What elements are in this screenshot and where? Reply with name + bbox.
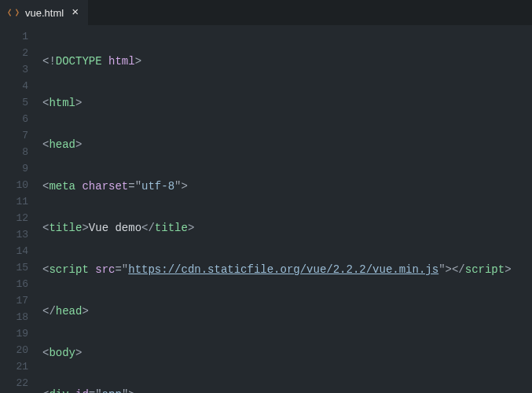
line-number: 7: [0, 127, 28, 144]
code-line: <script src="https://cdn.staticfile.org/…: [42, 262, 532, 278]
code-line: </head>: [42, 303, 532, 320]
line-number: 6: [0, 111, 28, 127]
line-number: 12: [0, 210, 28, 226]
code-line: <meta charset="utf-8">: [42, 178, 532, 195]
line-number: 2: [0, 45, 28, 61]
code-line: <title>Vue demo</title>: [42, 220, 532, 237]
line-number: 1: [0, 28, 28, 45]
line-number: 10: [0, 177, 28, 193]
line-number: 5: [0, 94, 28, 111]
line-number: 3: [0, 61, 28, 78]
line-number: 13: [0, 226, 28, 243]
close-icon[interactable]: ×: [70, 7, 80, 19]
line-number: 11: [0, 193, 28, 210]
line-number: 18: [0, 309, 28, 325]
editor[interactable]: 12345678910111213141516171819202122 <!DO…: [0, 25, 532, 393]
line-number: 16: [0, 276, 28, 292]
line-number: 20: [0, 342, 28, 358]
line-number: 15: [0, 259, 28, 276]
tab-bar: vue.html ×: [0, 0, 532, 25]
line-number: 8: [0, 144, 28, 160]
line-number: 9: [0, 160, 28, 177]
tab-vue-html[interactable]: vue.html ×: [0, 0, 89, 25]
line-number: 17: [0, 292, 28, 309]
line-number: 22: [0, 375, 28, 391]
line-number: 4: [0, 78, 28, 94]
line-number: 19: [0, 325, 28, 342]
tab-label: vue.html: [25, 7, 64, 19]
line-number: 21: [0, 358, 28, 375]
line-number: 14: [0, 243, 28, 259]
code-line: <!DOCTYPE html>: [42, 53, 532, 70]
code-line: <head>: [42, 137, 532, 153]
html-file-icon: [8, 7, 19, 18]
code-area[interactable]: <!DOCTYPE html> <html> <head> <meta char…: [35, 25, 532, 393]
line-number-gutter: 12345678910111213141516171819202122: [0, 25, 35, 393]
code-line: <div id="app">: [42, 387, 532, 393]
code-line: <body>: [42, 345, 532, 362]
code-line: <html>: [42, 95, 532, 112]
